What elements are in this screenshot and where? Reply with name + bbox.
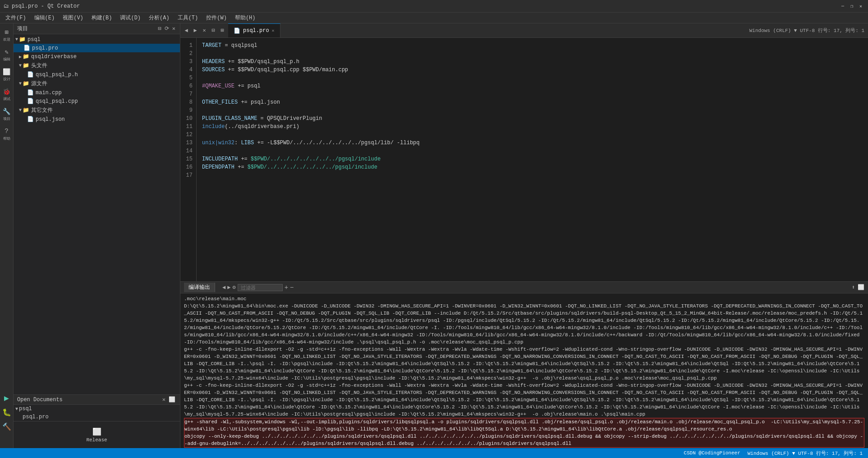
menu-debug[interactable]: 调试(D)	[116, 13, 144, 23]
tree-item-other[interactable]: ▼ 📁 其它文件	[14, 105, 180, 115]
compiler-tab-output[interactable]: 编译输出	[184, 283, 215, 292]
line-num-13: 13	[182, 139, 193, 147]
line-num-9: 9	[182, 106, 193, 114]
close-button[interactable]: ✕	[857, 3, 864, 10]
open-docs-expand-icon[interactable]: ⬜	[168, 396, 176, 403]
open-doc-psql[interactable]: ▼ psql	[14, 405, 180, 413]
code-line-11: include(../qsqldriverbase.pri)	[202, 123, 863, 131]
tree-item-psql-pro[interactable]: 📄 psql.pro	[14, 44, 180, 52]
tree-item-psql-root[interactable]: ▼ 📁 psql	[14, 35, 180, 44]
tree-item-headers[interactable]: ▼ 📁 头文件	[14, 61, 180, 70]
sidebar-build-icon[interactable]: 🔨	[1, 421, 13, 433]
tree-item-main-cpp[interactable]: 📄 main.cpp	[14, 88, 180, 97]
code-line-6: #QMAKE_USE += psql	[202, 82, 863, 90]
menu-file[interactable]: 文件(F)	[2, 13, 30, 23]
tree-arrow-other: ▼	[19, 108, 22, 113]
tree-arrow-open-psql: ▼	[15, 407, 18, 412]
sidebar-projects-group: 🔧 项目	[0, 105, 13, 124]
open-docs-close-icon[interactable]: ✕	[161, 396, 166, 403]
compiler-body[interactable]: .moc\release\main.moc D:\Qt\5.15.2\mingw…	[180, 293, 868, 448]
sidebar-debug-icon[interactable]: 🐞	[1, 86, 13, 97]
project-header-icons: ⊟ ⟳ ✕	[157, 25, 176, 32]
tab-nav-right[interactable]: ▶	[191, 27, 199, 35]
open-doc-psql-pro-label: psql.pro	[23, 414, 49, 420]
compiler-btn-prev[interactable]: ◀	[222, 284, 225, 291]
tree-icon-headers: 📁	[23, 62, 29, 69]
line-num-16: 16	[182, 163, 193, 171]
tabs: 📄 psql.pro ✕	[228, 23, 746, 37]
project-header-filter-icon[interactable]: ⊟	[157, 25, 162, 32]
project-header-close-icon[interactable]: ✕	[171, 25, 176, 32]
sidebar-design-icon[interactable]: ⬜	[1, 66, 13, 78]
line-num-11: 11	[182, 123, 193, 131]
compiler-panel: 编译输出 ◀ ▶ ⚙ + − ⬆ ⬜	[180, 281, 868, 448]
open-doc-psql-pro[interactable]: psql.pro	[14, 413, 180, 421]
sidebar-help-icon[interactable]: ?	[1, 125, 13, 137]
code-area[interactable]: TARGET = qsqlpsql HEADERS += $$PWD/qsql_…	[197, 38, 868, 281]
compiler-header: 编译输出 ◀ ▶ ⚙ + − ⬆ ⬜	[180, 282, 868, 293]
tab-nav-layout[interactable]: ⊞	[218, 27, 226, 35]
menu-view[interactable]: 视图(V)	[59, 13, 87, 23]
tab-close-btn[interactable]: ✕	[272, 28, 275, 33]
title-bar: 🗂 psql.pro - Qt Creator — ❐ ✕	[0, 0, 868, 13]
compile-line-gpp2: g++ -c -fno-keep-inline-dllexport -O2 -g…	[184, 382, 864, 418]
tree-icon-other: 📁	[23, 107, 29, 114]
project-tree: ▼ 📁 psql 📄 psql.pro ▶ 📁 qsqldriverbase	[14, 34, 180, 394]
tree-label-qsqldriver: qsqldriverbase	[31, 54, 77, 60]
sidebar-welcome-group: ⊞ 欢迎	[0, 25, 13, 44]
compiler-expand-icon[interactable]: ⬆	[852, 284, 855, 291]
line-num-6: 6	[182, 82, 193, 90]
code-line-4: SOURCES += $$PWD/qsql_psql.cpp $$PWD/mai…	[202, 66, 863, 74]
tree-label-other: 其它文件	[31, 106, 53, 114]
maximize-button[interactable]: ❐	[848, 3, 855, 10]
code-line-12	[202, 131, 863, 139]
sidebar-welcome-icon[interactable]: ⊞	[1, 26, 13, 38]
tree-item-qsqldriver[interactable]: ▶ 📁 qsqldriverbase	[14, 52, 180, 61]
tree-icon-main-cpp: 📄	[27, 89, 34, 96]
menu-edit[interactable]: 编辑(E)	[31, 13, 59, 23]
compiler-btn-next[interactable]: ▶	[227, 284, 230, 291]
minimize-button[interactable]: —	[839, 3, 846, 10]
tree-label-sources: 源文件	[31, 80, 47, 87]
menu-help[interactable]: 帮助(H)	[231, 13, 259, 23]
compiler-search-input[interactable]	[238, 284, 283, 291]
tree-icon-qsql-cpp: 📄	[27, 98, 34, 105]
tree-label-psql: psql	[28, 37, 41, 43]
tab-icon: 📄	[234, 27, 240, 34]
left-sidebar: ⊞ 欢迎 ✎ 编辑 ⬜ 设计 🐞 调试 🔧 项目 ? 帮助 ▶ 🐛	[0, 23, 14, 448]
tree-icon-psql-pro: 📄	[23, 45, 30, 51]
sidebar-run-icon[interactable]: ▶	[1, 392, 13, 404]
tree-item-sources[interactable]: ▼ 📁 源文件	[14, 79, 180, 88]
compiler-btn-settings[interactable]: ⚙	[232, 284, 235, 291]
tree-arrow-sources: ▼	[19, 81, 22, 86]
title-bar-left: 🗂 psql.pro - Qt Creator	[4, 3, 80, 9]
sidebar-run-debug-icon[interactable]: 🐛	[1, 407, 13, 418]
code-line-9	[202, 106, 863, 114]
menu-analyze[interactable]: 分析(A)	[145, 13, 173, 23]
sidebar-edit-icon[interactable]: ✎	[1, 46, 13, 58]
menu-build[interactable]: 构建(B)	[88, 13, 116, 23]
sidebar-projects-icon[interactable]: 🔧	[1, 105, 13, 117]
compiler-btn-remove[interactable]: −	[290, 284, 294, 291]
sidebar-edit-group: ✎ 编辑	[0, 45, 13, 64]
tree-label-headers: 头文件	[31, 62, 47, 69]
code-line-2	[202, 50, 863, 58]
tab-psql-pro[interactable]: 📄 psql.pro ✕	[228, 23, 280, 37]
tab-nav-close[interactable]: ✕	[200, 27, 208, 35]
compiler-btn-add[interactable]: +	[285, 284, 288, 291]
release-item[interactable]: ⬜ Release	[83, 426, 110, 444]
compiler-fullscreen-icon[interactable]: ⬜	[858, 284, 864, 291]
compiler-controls: ◀ ▶ ⚙ + −	[222, 284, 294, 291]
tree-item-psql-json[interactable]: 📄 psql.json	[14, 115, 180, 124]
menu-controls[interactable]: 控件(W)	[202, 13, 230, 23]
menu-tools[interactable]: 工具(T)	[174, 13, 202, 23]
tree-item-qsql-cpp[interactable]: 📄 qsql_psql.cpp	[14, 97, 180, 105]
tab-nav-left[interactable]: ◀	[182, 27, 190, 35]
project-header-sync-icon[interactable]: ⟳	[164, 25, 170, 32]
line-numbers: 1 2 3 4 5 6 7 8 9 10 11 12 13 14 15 16 1	[180, 38, 197, 281]
tree-item-psql-h[interactable]: 📄 qsql_psql_p.h	[14, 70, 180, 79]
menu-bar: 文件(F) 编辑(E) 视图(V) 构建(B) 调试(D) 分析(A) 工具(T…	[0, 13, 868, 23]
code-line-10: PLUGIN_CLASS_NAME = QPSQLDriverPlugin	[202, 114, 863, 123]
tab-nav-menu[interactable]: ⊟	[209, 27, 217, 35]
compile-line-gpp1: g++ -c -fno-keep-inline-dllexport -O2 -g…	[184, 346, 864, 382]
